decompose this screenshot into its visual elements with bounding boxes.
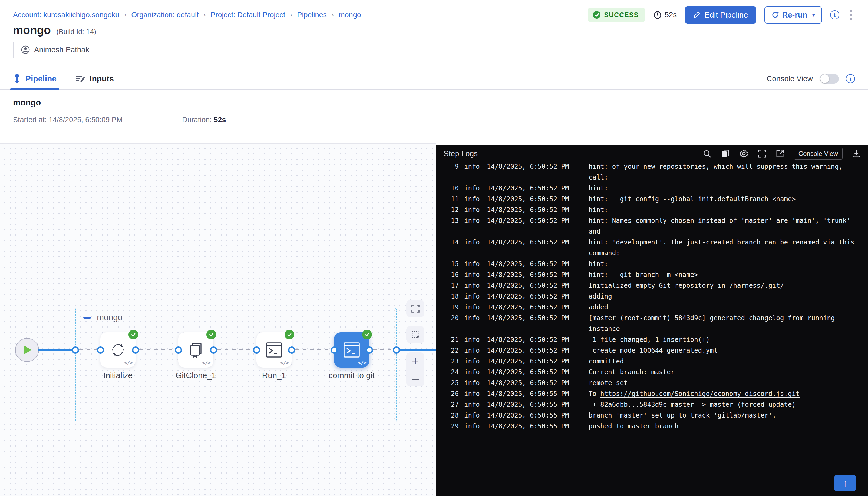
rerun-button[interactable]: Re-run ▾ xyxy=(764,6,822,24)
connector-dot[interactable] xyxy=(253,346,260,354)
log-line: 18info14/8/2025, 6:50:52 PMadding xyxy=(444,291,868,302)
connector-dot[interactable] xyxy=(175,346,182,354)
fullscreen-icon[interactable] xyxy=(758,150,766,158)
node-label: Run_1 xyxy=(233,371,314,380)
clock-icon xyxy=(653,11,662,19)
log-line: 29info14/8/2025, 6:50:55 PMpushed to mas… xyxy=(444,421,868,432)
breadcrumb-item[interactable]: mongo xyxy=(339,11,361,19)
more-options-menu[interactable] xyxy=(848,8,855,22)
canvas-fit-view-button[interactable] xyxy=(406,300,424,317)
node-success-icon xyxy=(128,330,138,339)
node-label: Initialize xyxy=(77,371,158,380)
scroll-to-top-button[interactable]: ↑ xyxy=(834,475,856,491)
log-line: 27info14/8/2025, 6:50:55 PM + 82a6dbb...… xyxy=(444,399,868,410)
info-icon[interactable]: i xyxy=(830,10,839,19)
flow-line xyxy=(217,349,253,351)
log-line: 15info14/8/2025, 6:50:52 PMhint: xyxy=(444,259,868,269)
flow-line xyxy=(139,349,175,351)
breadcrumb-item[interactable]: Account: kurosakiichigo.songoku xyxy=(13,11,119,19)
connector-dot[interactable] xyxy=(288,346,295,354)
pipeline-start-node[interactable] xyxy=(15,338,39,362)
log-line: and xyxy=(444,226,868,237)
node-label: GitClone_1 xyxy=(155,371,236,380)
started-at: Started at: 14/8/2025, 6:50:09 PM xyxy=(13,116,123,124)
duration-row: Duration: 52s xyxy=(182,116,226,124)
node-template-icon: </> xyxy=(202,359,210,366)
zoom-in-button[interactable]: + xyxy=(412,357,419,365)
log-line: command: xyxy=(444,248,868,259)
log-line: 24info14/8/2025, 6:50:52 PMCurrent branc… xyxy=(444,367,868,377)
connector-dot[interactable] xyxy=(330,346,338,354)
log-line: 11info14/8/2025, 6:50:52 PMhint: git con… xyxy=(444,193,868,204)
node-template-icon: </> xyxy=(124,359,132,366)
flow-line xyxy=(38,349,76,351)
pipeline-node-run_1[interactable]: </> xyxy=(257,332,292,368)
pipeline-canvas[interactable]: mongo </>Initialize</>GitClone_1</>Run_1… xyxy=(0,143,436,496)
log-line: instance xyxy=(444,323,868,334)
log-line: 17info14/8/2025, 6:50:52 PMInitialized e… xyxy=(444,280,868,291)
fit-view-icon xyxy=(411,304,420,313)
breadcrumb-item[interactable]: Organization: default xyxy=(131,11,199,19)
rerun-icon xyxy=(772,11,779,19)
canvas-select-button[interactable] xyxy=(406,326,424,343)
node-success-icon xyxy=(206,330,216,339)
flow-line xyxy=(400,349,436,351)
step-logs-header: Step Logs Console View xyxy=(436,145,868,162)
log-line: call: xyxy=(444,172,868,183)
build-id: (Build Id: 14) xyxy=(56,28,96,36)
breadcrumb-separator: › xyxy=(203,11,205,19)
edit-pipeline-button[interactable]: Edit Pipeline xyxy=(685,6,756,24)
connector-dot[interactable] xyxy=(210,346,217,354)
zoom-out-button[interactable]: – xyxy=(412,374,419,382)
console-view-toggle[interactable] xyxy=(820,74,839,83)
pipeline-icon xyxy=(13,74,21,83)
copy-icon[interactable] xyxy=(721,149,729,158)
tab-inputs[interactable]: Inputs xyxy=(76,68,114,89)
log-line: 19info14/8/2025, 6:50:52 PMadded xyxy=(444,302,868,313)
log-line: 25info14/8/2025, 6:50:52 PMremote set xyxy=(444,377,868,388)
console-view-info-icon[interactable]: i xyxy=(846,74,855,83)
author-name: Animesh Pathak xyxy=(34,45,89,54)
search-icon[interactable] xyxy=(703,150,711,158)
log-line: 12info14/8/2025, 6:50:52 PMhint: xyxy=(444,204,868,215)
header-actions: SUCCESS 52s Edit Pipeline Re-run ▾ i xyxy=(588,6,855,24)
canvas-zoom-controls: + – xyxy=(406,352,424,386)
breadcrumb: Account: kurosakiichigo.songoku›Organiza… xyxy=(13,11,361,19)
log-line: 28info14/8/2025, 6:50:55 PMbranch 'maste… xyxy=(444,410,868,421)
download-icon[interactable] xyxy=(852,150,861,158)
connector-dot[interactable] xyxy=(366,346,373,354)
tab-pipeline[interactable]: Pipeline xyxy=(13,68,57,89)
breadcrumb-separator: › xyxy=(331,11,334,19)
log-link[interactable]: https://github.com/Sonichigo/economy-dis… xyxy=(600,390,800,398)
console-view-button[interactable]: Console View xyxy=(794,148,842,159)
pipeline-node-commit-to-git[interactable]: </> xyxy=(334,332,369,368)
breadcrumb-item[interactable]: Project: Default Project xyxy=(211,11,285,19)
tab-bar: Pipeline Inputs Console View i xyxy=(0,68,868,90)
log-line: 9info14/8/2025, 6:50:52 PMhint: of your … xyxy=(444,161,868,172)
breadcrumb-item[interactable]: Pipelines xyxy=(297,11,327,19)
flow-line xyxy=(79,349,97,351)
connector-dot[interactable] xyxy=(393,346,400,354)
pipeline-node-initialize[interactable]: </> xyxy=(100,332,136,368)
connector-dot[interactable] xyxy=(132,346,139,354)
marquee-select-icon xyxy=(411,330,420,339)
settings-gear-icon[interactable] xyxy=(739,149,748,158)
flow-line xyxy=(373,349,393,351)
connector-dot[interactable] xyxy=(97,346,104,354)
page-title: mongo xyxy=(13,24,51,36)
log-line: 20info14/8/2025, 6:50:52 PM[master (root… xyxy=(444,313,868,323)
open-external-icon[interactable] xyxy=(776,150,784,158)
connector-dot[interactable] xyxy=(72,346,79,354)
collapse-group-icon[interactable] xyxy=(83,317,91,319)
log-output[interactable]: 9info14/8/2025, 6:50:52 PMhint: of your … xyxy=(436,162,868,432)
user-icon xyxy=(21,45,30,54)
status-badge: SUCCESS xyxy=(588,7,645,22)
title-block: mongo (Build Id: 14) Animesh Pathak xyxy=(13,24,96,58)
pipeline-node-gitclone_1[interactable]: </> xyxy=(178,332,213,368)
log-line: 23info14/8/2025, 6:50:52 PMcommitted xyxy=(444,356,868,367)
node-success-icon xyxy=(284,330,294,339)
play-icon xyxy=(23,346,31,354)
console-view-control: Console View i xyxy=(766,74,855,83)
log-line: 16info14/8/2025, 6:50:52 PMhint: git bra… xyxy=(444,269,868,280)
log-line: 21info14/8/2025, 6:50:52 PM 1 file chang… xyxy=(444,334,868,345)
